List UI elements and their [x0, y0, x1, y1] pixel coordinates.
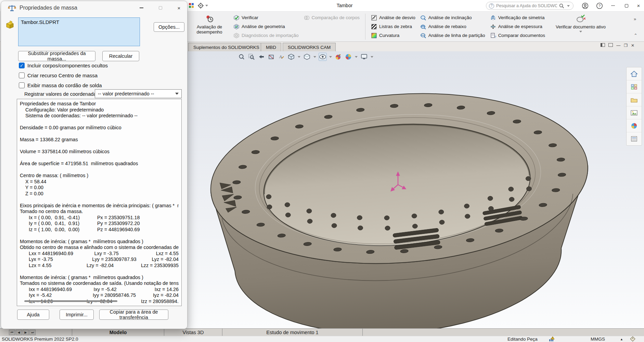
help-button[interactable]: Ajuda	[17, 310, 49, 320]
tab-solidworks-cam[interactable]: SOLIDWORKS CAM	[283, 43, 336, 51]
search-icon[interactable]	[559, 3, 564, 9]
search-dropdown-caret[interactable]	[567, 5, 570, 7]
account-icon[interactable]	[579, 0, 591, 11]
app-menu-icon[interactable]	[188, 2, 194, 9]
view-settings-icon[interactable]	[360, 53, 368, 61]
gear-icon[interactable]	[198, 3, 209, 9]
ribbon-item-parting-line-analysis[interactable]: Análise de linha de partição	[420, 32, 485, 39]
compare-documents-icon: ?	[490, 32, 496, 39]
3d-model-drum[interactable]	[205, 81, 598, 328]
tab-next-icon[interactable]: ▶	[23, 330, 29, 335]
zoom-to-area-icon[interactable]	[247, 53, 256, 61]
units-caret-icon[interactable]: ▲	[620, 338, 623, 341]
report-line: Massa = 13368.22 gramas	[20, 137, 179, 143]
report-line: Eixos principais de inércia e momentos d…	[20, 203, 179, 209]
options-button[interactable]: Opções...	[154, 22, 184, 32]
recalculate-button[interactable]: Recalcular	[102, 51, 139, 61]
dialog-close-button[interactable]: ×	[173, 3, 185, 13]
doc-restore-icon[interactable]: ❐	[624, 43, 628, 48]
custom-properties-icon[interactable]	[627, 132, 642, 145]
help-icon[interactable]: ?	[593, 0, 606, 11]
ribbon-item-check[interactable]: Verificar	[233, 14, 299, 21]
view-orientation-caret[interactable]	[298, 56, 300, 58]
ribbon-item-compare-documents[interactable]: ? Comparar documentos	[490, 32, 545, 39]
doc-close-icon[interactable]: ✕	[631, 43, 634, 48]
scrollbar-thumb[interactable]	[24, 300, 117, 302]
ribbon-item-draft-analysis[interactable]: Análise de inclinação	[420, 14, 485, 21]
apply-scene-icon[interactable]	[344, 53, 352, 61]
tab-suplementos[interactable]: Suplementos do SOLIDWORKS	[188, 43, 265, 51]
maximize-button[interactable]	[620, 0, 633, 11]
zoom-to-fit-icon[interactable]	[237, 53, 246, 61]
ribbon-item-geometry-analysis[interactable]: Análise de geometria	[233, 23, 299, 30]
tab-prev-icon[interactable]: ◀	[16, 330, 22, 335]
svg-text:A: A	[279, 54, 282, 59]
tag-icon[interactable]	[630, 336, 636, 342]
thickness-analysis-icon	[490, 24, 496, 30]
display-style-caret[interactable]	[313, 56, 316, 58]
print-button[interactable]: Imprimir...	[60, 310, 94, 320]
edit-appearance-icon[interactable]	[334, 53, 343, 61]
appearances-scenes-icon[interactable]	[627, 119, 642, 132]
coordinate-system-dropdown[interactable]: -- valor predeterminado --	[95, 89, 182, 98]
checkbox-checked-icon[interactable]: ✓	[19, 63, 25, 68]
copy-to-clipboard-button[interactable]: Copiar para a área de transferência	[99, 310, 168, 320]
ribbon-item-curvature[interactable]: Curvatura	[371, 32, 415, 39]
tab-modelo[interactable]: Modelo	[72, 329, 164, 336]
display-style-icon[interactable]	[303, 53, 311, 61]
tab-estudo-movimento[interactable]: Estudo de movimento 1	[222, 329, 363, 336]
override-mass-properties-button[interactable]: Substituir propriedades da massa...	[18, 51, 95, 61]
status-units[interactable]: MMGS	[591, 337, 605, 342]
tab-first-icon[interactable]: ⏮	[9, 330, 15, 335]
ribbon-item-zebra-stripes[interactable]: Listras de zebra	[371, 23, 415, 30]
split-pane-right-icon[interactable]	[608, 43, 613, 47]
view-palette-icon[interactable]	[627, 106, 642, 119]
checkbox-unchecked-icon[interactable]	[19, 82, 25, 88]
previous-view-icon[interactable]	[257, 53, 266, 61]
ribbon-item-undercut-analysis[interactable]: Análise de rebaixo	[420, 23, 485, 30]
curvature-icon	[371, 32, 377, 39]
checkbox-include-hidden[interactable]: ✓ Incluir corpos/componentes ocultos	[19, 63, 108, 68]
design-library-icon[interactable]	[627, 80, 642, 93]
ribbon-collapse-chevron[interactable]: ⌃	[634, 33, 637, 38]
gear-dropdown-caret[interactable]	[205, 5, 208, 6]
ribbon-overflow-chevron[interactable]: »	[634, 16, 636, 22]
report-line	[20, 143, 179, 149]
selected-items-field[interactable]: Tambor.SLDPRT	[18, 17, 140, 46]
home-tab-icon[interactable]	[627, 67, 642, 80]
doc-minimize-icon[interactable]: —	[616, 43, 620, 48]
checkbox-show-weld-mass[interactable]: Exibir massa do cordão de solda	[19, 82, 102, 88]
split-pane-left-icon[interactable]	[601, 43, 605, 47]
dialog-minimize-button[interactable]	[135, 3, 147, 13]
minimize-button[interactable]	[606, 0, 619, 11]
section-view-icon[interactable]	[267, 53, 275, 61]
report-horizontal-scrollbar[interactable]	[19, 299, 180, 303]
tab-nav-arrows[interactable]: ⏮ ◀ ▶ ⏭	[9, 330, 36, 335]
dialog-title-bar[interactable]: Propriedades de massa ×	[1, 1, 187, 15]
hide-show-items-caret[interactable]	[329, 56, 332, 58]
hide-show-items-icon[interactable]	[319, 53, 327, 61]
ribbon-item-check-active-document[interactable]: ✕ Verificar documento ativo	[550, 12, 611, 41]
view-orientation-icon[interactable]	[287, 53, 295, 61]
ribbon-item-performance-evaluation[interactable]: Avaliação de desempenho	[190, 12, 229, 41]
ribbon-item-symmetry-check[interactable]: Verificação de simetria	[490, 14, 545, 21]
annotation-visibility-icon[interactable]: A	[277, 53, 285, 61]
check-active-document-caret[interactable]	[579, 31, 582, 32]
tab-last-icon[interactable]: ⏭	[29, 330, 36, 335]
help-search-input[interactable]: ? Pesquisar a Ajuda do SOLIDWORKS	[486, 2, 574, 10]
mass-report-text[interactable]: Propriedades de massa de Tambor Configur…	[17, 99, 182, 306]
ribbon-item-thickness-analysis[interactable]: Análise de espessura	[490, 23, 545, 30]
dialog-maximize-button[interactable]	[154, 3, 167, 13]
apply-scene-caret[interactable]	[355, 56, 358, 58]
ribbon-item-deviation-analysis[interactable]: Análise de desvio	[371, 14, 415, 21]
view-settings-caret[interactable]	[371, 56, 373, 58]
tab-vistas-3d[interactable]: Vistas 3D	[164, 329, 222, 336]
checkbox-unchecked-icon[interactable]	[19, 73, 25, 78]
report-line: Densidade = 0.00 gramas por milímetro cú…	[20, 125, 179, 131]
report-line: Área de superfície = 471958.51 milímetro…	[20, 161, 179, 167]
tab-mbd[interactable]: MBD	[261, 43, 281, 51]
close-button[interactable]: ×	[633, 0, 644, 11]
file-explorer-icon[interactable]	[627, 93, 642, 106]
checkbox-create-com-feature[interactable]: Criar recurso Centro de massa	[19, 73, 98, 78]
rebuild-warning-icon[interactable]: !	[549, 336, 555, 342]
